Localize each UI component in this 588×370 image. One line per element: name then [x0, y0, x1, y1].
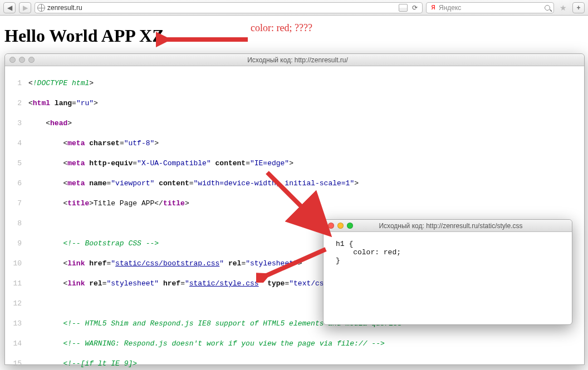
search-icon: [545, 5, 550, 11]
yandex-icon: Я: [430, 4, 437, 11]
css-window: Исходный код: http://zenresult.ru/static…: [323, 219, 572, 325]
globe-icon: [37, 4, 45, 12]
search-placeholder: Яндекс: [439, 4, 461, 12]
bookmark-icon[interactable]: ★: [557, 3, 569, 12]
browser-toolbar: ◀ ▶ zenresult.ru ⟳ Я Яндекс ★ +: [0, 0, 588, 16]
source-title: Исходный код: http://zenresult.ru/: [39, 56, 584, 64]
reload-icon[interactable]: ⟳: [410, 4, 420, 12]
close-dot[interactable]: [328, 223, 334, 229]
zoom-dot[interactable]: [28, 57, 35, 63]
search-box[interactable]: Я Яндекс: [426, 2, 554, 13]
minimize-dot[interactable]: [19, 57, 25, 63]
css-code[interactable]: h1 { color: red; }: [324, 232, 572, 273]
reader-icon[interactable]: [399, 4, 408, 12]
traffic-lights: [5, 57, 39, 63]
minimize-dot[interactable]: [337, 223, 344, 229]
source-titlebar[interactable]: Исходный код: http://zenresult.ru/: [5, 54, 584, 66]
forward-button[interactable]: ▶: [19, 2, 31, 13]
css-traffic-lights: [324, 223, 357, 229]
page-content: Hello World APP XZ color: red; ????: [0, 16, 588, 56]
close-dot[interactable]: [9, 57, 16, 63]
zoom-dot[interactable]: [347, 223, 353, 229]
back-button[interactable]: ◀: [3, 2, 16, 13]
css-title: Исходный код: http://zenresult.ru/static…: [357, 222, 572, 230]
url-text: zenresult.ru: [47, 4, 82, 12]
new-tab-button[interactable]: +: [572, 2, 585, 13]
url-bar[interactable]: zenresult.ru ⟳: [35, 2, 423, 13]
annotation-text: color: red; ????: [251, 22, 312, 34]
css-titlebar[interactable]: Исходный код: http://zenresult.ru/static…: [324, 220, 572, 232]
